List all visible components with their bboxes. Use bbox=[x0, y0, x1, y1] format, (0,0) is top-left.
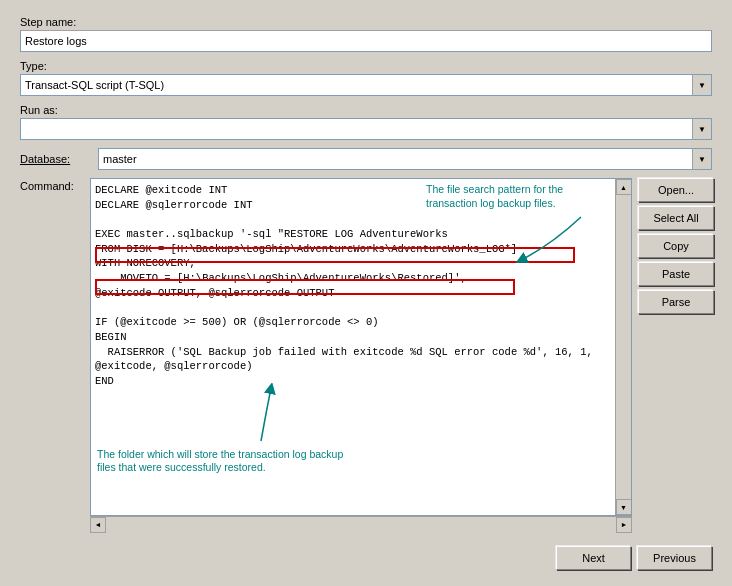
scroll-down-button[interactable]: ▼ bbox=[616, 499, 632, 515]
vertical-scrollbar[interactable]: ▲ ▼ bbox=[615, 179, 631, 515]
paste-button[interactable]: Paste bbox=[638, 262, 714, 286]
run-as-label: Run as: bbox=[20, 104, 712, 116]
run-as-dropdown-wrapper: ▼ bbox=[20, 118, 712, 140]
step-name-input[interactable]: Restore logs bbox=[20, 30, 712, 52]
type-dropdown-wrapper: Transact-SQL script (T-SQL) ▼ bbox=[20, 74, 712, 96]
next-button[interactable]: Next bbox=[556, 546, 631, 570]
command-buttons: Open... Select All Copy Paste Parse bbox=[632, 178, 712, 532]
command-area: DECLARE @exitcode INT DECLARE @sqlerrorc… bbox=[90, 178, 632, 532]
database-dropdown-wrapper: master ▼ bbox=[98, 148, 712, 170]
horizontal-scrollbar[interactable]: ◄ ► bbox=[90, 516, 632, 532]
scroll-up-button[interactable]: ▲ bbox=[616, 179, 632, 195]
database-row: Database: master ▼ bbox=[20, 148, 712, 170]
main-dialog: Step name: Restore logs Type: Transact-S… bbox=[0, 0, 732, 586]
database-label: Database: bbox=[20, 153, 90, 165]
type-dropdown[interactable]: Transact-SQL script (T-SQL) bbox=[20, 74, 712, 96]
command-textarea-wrapper: DECLARE @exitcode INT DECLARE @sqlerrorc… bbox=[90, 178, 632, 516]
step-name-label: Step name: bbox=[20, 16, 712, 28]
open-button[interactable]: Open... bbox=[638, 178, 714, 202]
step-name-group: Step name: Restore logs bbox=[20, 16, 712, 52]
scroll-right-button[interactable]: ► bbox=[616, 517, 632, 533]
parse-button[interactable]: Parse bbox=[638, 290, 714, 314]
scroll-left-button[interactable]: ◄ bbox=[90, 517, 106, 533]
command-section: Command: DECLARE @exitcode INT DECLARE @… bbox=[20, 178, 712, 532]
command-textarea[interactable]: DECLARE @exitcode INT DECLARE @sqlerrorc… bbox=[91, 179, 615, 515]
select-all-button[interactable]: Select All bbox=[638, 206, 714, 230]
database-dropdown[interactable]: master bbox=[98, 148, 712, 170]
run-as-dropdown[interactable] bbox=[20, 118, 712, 140]
run-as-group: Run as: ▼ bbox=[20, 104, 712, 140]
type-group: Type: Transact-SQL script (T-SQL) ▼ bbox=[20, 60, 712, 96]
previous-button[interactable]: Previous bbox=[637, 546, 712, 570]
scroll-track bbox=[616, 195, 631, 499]
command-label: Command: bbox=[20, 178, 90, 532]
type-label: Type: bbox=[20, 60, 712, 72]
footer: Next Previous bbox=[20, 540, 712, 570]
copy-button[interactable]: Copy bbox=[638, 234, 714, 258]
